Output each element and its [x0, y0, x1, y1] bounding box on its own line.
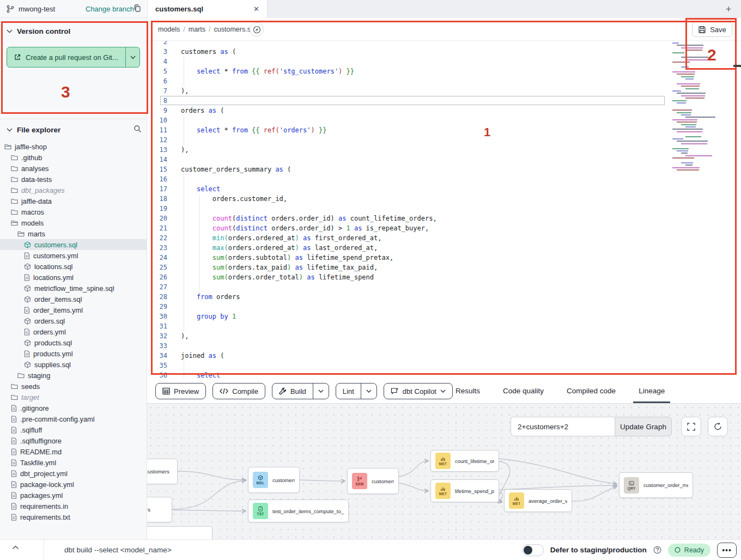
- file-item-products-sql[interactable]: products.sql: [0, 337, 147, 348]
- version-control-header[interactable]: Version control: [0, 21, 147, 41]
- file-item--sqlfluff[interactable]: .sqlfluff: [0, 424, 147, 435]
- code-line-35: 35: [147, 361, 741, 370]
- file-item-packages-yml[interactable]: packages.yml: [0, 490, 147, 501]
- dbt-command-text[interactable]: dbt build --select <model_name>: [64, 540, 172, 560]
- file-item-models[interactable]: models: [0, 217, 147, 228]
- lineage-node-average-order-value[interactable]: METaverage_order_value: [504, 489, 572, 512]
- line-number: 27: [147, 282, 167, 292]
- button-main[interactable]: Lint: [336, 384, 361, 399]
- file-item-dbt-packages[interactable]: dbt_packages: [0, 185, 147, 196]
- tab-results[interactable]: Results: [453, 379, 482, 403]
- lineage-node-lifetime-spend-pretax[interactable]: METlifetime_spend_pretax: [430, 479, 499, 502]
- tab-lineage[interactable]: Lineage: [636, 379, 667, 403]
- code-line-30: 30 group by 1: [147, 312, 741, 321]
- lineage-node-customer-order-metrics[interactable]: QRYcustomer_order_metrics: [619, 472, 693, 498]
- line-content: customers as (: [181, 47, 236, 57]
- file-item-order-items-yml[interactable]: order_items.yml: [0, 305, 147, 315]
- close-icon[interactable]: ✕: [253, 5, 259, 13]
- file-item-products-yml[interactable]: products.yml: [0, 348, 147, 359]
- file-label: models: [21, 219, 44, 227]
- file-item-locations-sql[interactable]: locations.sql: [0, 261, 147, 272]
- compass-icon: [253, 26, 261, 34]
- lineage-node-orders[interactable]: orders: [147, 497, 172, 522]
- file-item-dbt-project-yml[interactable]: dbt_project.yml: [0, 468, 147, 479]
- file-item--gitignore[interactable]: .gitignore: [0, 403, 147, 413]
- file-item-jaffle-shop[interactable]: jaffle-shop: [0, 141, 147, 152]
- lineage-node-customers[interactable]: SEMcustomers: [347, 468, 399, 494]
- copy-icon[interactable]: [133, 4, 142, 13]
- button-split-caret[interactable]: [313, 384, 329, 399]
- save-button[interactable]: Save: [692, 22, 732, 37]
- file-item-metricflow-time-spine-sql[interactable]: metricflow_time_spine.sql: [0, 283, 147, 294]
- button-main[interactable]: Build: [272, 384, 313, 399]
- file-item-target[interactable]: target: [0, 392, 147, 403]
- file-item-supplies-sql[interactable]: supplies.sql: [0, 359, 147, 370]
- lineage-node-count-lifetime-orders[interactable]: METcount_lifetime_orders: [430, 450, 499, 472]
- new-tab-button[interactable]: +: [721, 2, 736, 16]
- file-explorer-header[interactable]: File explorer: [0, 119, 147, 140]
- tab-compiled-code[interactable]: Compiled code: [564, 379, 618, 403]
- file-item-orders-sql[interactable]: orders.sql: [0, 315, 147, 326]
- file-item-marts[interactable]: marts: [0, 228, 147, 239]
- button-split-caret[interactable]: [361, 384, 376, 399]
- branch-selector[interactable]: mwong-test: [7, 0, 55, 18]
- status-badge-ready[interactable]: Ready: [668, 544, 710, 557]
- file-item-data-tests[interactable]: data-tests: [0, 174, 147, 185]
- line-number: 29: [147, 302, 167, 312]
- file-item-orders-yml[interactable]: orders.yml: [0, 326, 147, 337]
- defer-toggle[interactable]: [522, 544, 544, 556]
- create-pr-caret[interactable]: [126, 47, 139, 67]
- file-item-readme-md[interactable]: README.md: [0, 446, 147, 457]
- button-main[interactable]: Preview: [156, 384, 205, 399]
- lineage-node-clipped[interactable]: [147, 526, 212, 539]
- create-pr-main[interactable]: Create a pull request on Git...: [7, 47, 126, 67]
- button-main[interactable]: Compile: [213, 384, 265, 399]
- compile-button[interactable]: Compile: [212, 383, 265, 399]
- file-item-taskfile-yml[interactable]: Taskfile.yml: [0, 457, 147, 468]
- fullscreen-button[interactable]: [681, 417, 701, 436]
- file-item-requirements-txt[interactable]: requirements.txt: [0, 512, 147, 522]
- build-button[interactable]: Build: [272, 383, 329, 399]
- dbt-copilot-button[interactable]: dbt Copilot: [384, 383, 453, 399]
- file-item-analyses[interactable]: analyses: [0, 163, 147, 174]
- preview-button[interactable]: Preview: [155, 383, 206, 399]
- chevron-up-icon[interactable]: [12, 545, 19, 550]
- update-graph-button[interactable]: Update Graph: [615, 417, 672, 436]
- file-item-jaffle-data[interactable]: jaffle-data: [0, 196, 147, 206]
- file-item-seeds[interactable]: seeds: [0, 381, 147, 392]
- file-icon: [11, 492, 17, 499]
- file-item-macros[interactable]: macros: [0, 206, 147, 217]
- file-item-package-lock-yml[interactable]: package-lock.yml: [0, 479, 147, 490]
- tab-customers-sql[interactable]: customers.sql ✕: [148, 0, 268, 18]
- minimap[interactable]: [671, 42, 718, 173]
- help-icon[interactable]: [653, 546, 661, 554]
- file-item-staging[interactable]: staging: [0, 370, 147, 381]
- search-icon[interactable]: [133, 125, 142, 133]
- file-label: macros: [21, 208, 44, 216]
- button-main[interactable]: dbt Copilot: [384, 384, 452, 399]
- file-item-customers-sql[interactable]: customers.sql: [0, 239, 147, 250]
- lineage-node-stg-customers[interactable]: stg_customers: [147, 459, 178, 484]
- create-pr-button[interactable]: Create a pull request on Git...: [7, 47, 140, 68]
- breadcrumb-segment[interactable]: models: [158, 26, 180, 33]
- tab-code-quality[interactable]: Code quality: [501, 379, 546, 403]
- line-number: 28: [147, 292, 167, 302]
- breadcrumb-segment[interactable]: marts: [189, 26, 205, 33]
- code-editor[interactable]: 23customers as (45 select * from {{ ref(…: [147, 41, 741, 379]
- docs-compass-button[interactable]: [250, 22, 264, 36]
- file-item-order-items-sql[interactable]: order_items.sql: [0, 294, 147, 305]
- change-branch-link[interactable]: Change branch: [86, 0, 134, 18]
- file-item--pre-commit-config-yaml[interactable]: .pre-commit-config.yaml: [0, 413, 147, 424]
- lineage-node-test-order-items-compute-to-bools-[interactable]: TSTtest_order_items_compute_to_bools...: [248, 500, 349, 522]
- refresh-button[interactable]: [708, 417, 728, 436]
- lineage-selector-input[interactable]: [511, 417, 615, 436]
- file-item-requirements-in[interactable]: requirements.in: [0, 501, 147, 512]
- lineage-node-customers[interactable]: MDLcustomers: [248, 467, 300, 493]
- code-line-31: 31: [147, 321, 741, 331]
- file-item-locations-yml[interactable]: locations.yml: [0, 272, 147, 283]
- file-item-customers-yml[interactable]: customers.yml: [0, 250, 147, 261]
- file-item--github[interactable]: .github: [0, 152, 147, 163]
- lint-button[interactable]: Lint: [336, 383, 377, 399]
- more-options-button[interactable]: •••: [717, 543, 737, 558]
- file-item--sqlfluffignore[interactable]: .sqlfluffignore: [0, 435, 147, 446]
